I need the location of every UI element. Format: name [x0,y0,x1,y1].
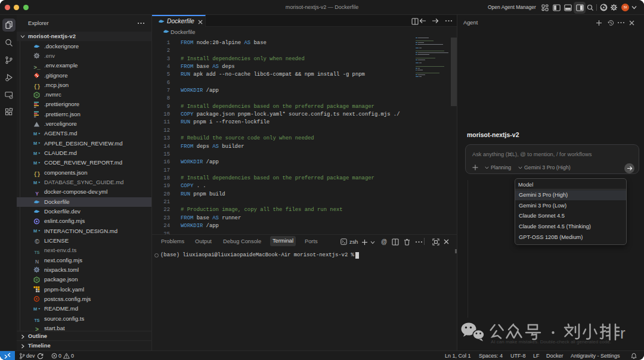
svg-text:M: M [33,131,37,136]
svg-text:M: M [33,179,37,185]
svg-text:M: M [33,141,37,146]
svg-text:r: r [620,324,626,342]
svg-text:M: M [33,160,37,165]
svg-text:M: M [33,228,37,234]
svg-text:M: M [33,150,37,156]
svg-text:M: M [33,306,37,311]
